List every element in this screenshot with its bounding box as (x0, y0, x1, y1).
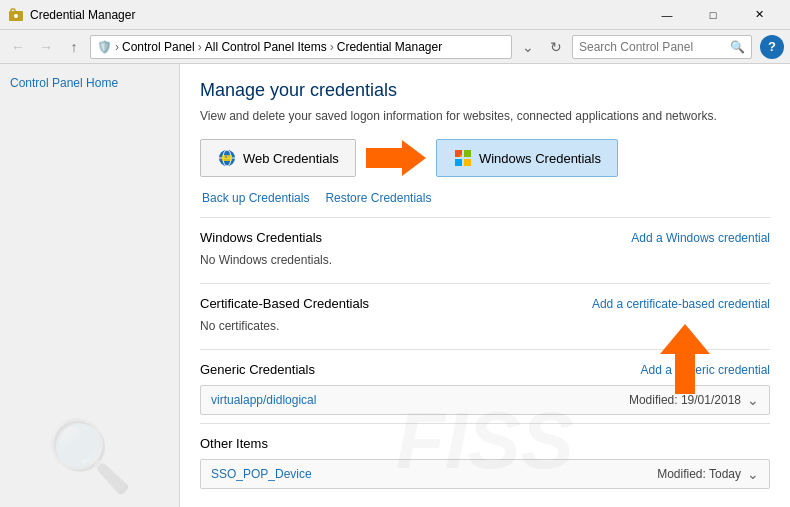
breadcrumb-current: Credential Manager (337, 40, 442, 54)
arrow-indicator (366, 140, 426, 176)
credential-tabs: Web Credentials Windo (200, 139, 770, 177)
search-input[interactable] (579, 40, 730, 54)
table-row[interactable]: SSO_POP_Device Modified: Today ⌄ (200, 459, 770, 489)
windows-credentials-empty: No Windows credentials. (200, 249, 770, 275)
window-controls: — □ ✕ (644, 0, 782, 30)
minimize-button[interactable]: — (644, 0, 690, 30)
sep3: › (330, 40, 334, 54)
svg-rect-10 (464, 150, 471, 157)
credential-modified: Modified: Today ⌄ (657, 466, 759, 482)
sep2: › (198, 40, 202, 54)
address-path[interactable]: 🛡️ › Control Panel › All Control Panel I… (90, 35, 512, 59)
forward-button[interactable]: → (34, 35, 58, 59)
dropdown-btn[interactable]: ⌄ (516, 35, 540, 59)
web-credentials-tab[interactable]: Web Credentials (200, 139, 356, 177)
svg-rect-7 (225, 155, 227, 158)
action-links: Back up Credentials Restore Credentials (200, 191, 770, 205)
other-items-title: Other Items (200, 436, 268, 451)
credential-modified: Modified: 19/01/2018 ⌄ (629, 392, 759, 408)
title-bar: Credential Manager — □ ✕ (0, 0, 790, 30)
svg-rect-11 (455, 159, 462, 166)
breadcrumb-allitems: All Control Panel Items (205, 40, 327, 54)
windows-credentials-label: Windows Credentials (479, 151, 601, 166)
generic-credentials-section: Generic Credentials Add a generic creden… (200, 349, 770, 423)
restore-credentials-link[interactable]: Restore Credentials (325, 191, 431, 205)
help-button[interactable]: ? (760, 35, 784, 59)
modified-text: Modified: Today (657, 467, 741, 481)
breadcrumb-shield: 🛡️ (97, 40, 112, 54)
svg-point-2 (14, 14, 18, 18)
window-title: Credential Manager (30, 8, 644, 22)
windows-credentials-section: Windows Credentials Add a Windows creden… (200, 217, 770, 283)
sidebar: Control Panel Home 🔍 (0, 64, 180, 507)
chevron-down-icon: ⌄ (747, 466, 759, 482)
table-row[interactable]: virtualapp/didlogical Modified: 19/01/20… (200, 385, 770, 415)
app-icon (8, 7, 24, 23)
search-box[interactable]: 🔍 (572, 35, 752, 59)
main-layout: Control Panel Home 🔍 Manage your credent… (0, 64, 790, 507)
modified-text: Modified: 19/01/2018 (629, 393, 741, 407)
windows-credentials-tab[interactable]: Windows Credentials (436, 139, 618, 177)
refresh-button[interactable]: ↻ (544, 35, 568, 59)
backup-credentials-link[interactable]: Back up Credentials (202, 191, 309, 205)
address-bar: ← → ↑ 🛡️ › Control Panel › All Control P… (0, 30, 790, 64)
content-area: Manage your credentials View and delete … (180, 64, 790, 507)
add-windows-credential-link[interactable]: Add a Windows credential (631, 231, 770, 245)
page-title: Manage your credentials (200, 80, 770, 101)
page-description: View and delete your saved logon informa… (200, 109, 770, 123)
sidebar-home-link[interactable]: Control Panel Home (10, 76, 169, 90)
windows-credentials-title: Windows Credentials (200, 230, 322, 245)
search-icon: 🔍 (730, 40, 745, 54)
sidebar-watermark: 🔍 (46, 415, 133, 497)
certificate-credentials-title: Certificate-Based Credentials (200, 296, 369, 311)
other-items-header: Other Items (200, 432, 770, 455)
maximize-button[interactable]: □ (690, 0, 736, 30)
up-button[interactable]: ↑ (62, 35, 86, 59)
other-items-section: Other Items SSO_POP_Device Modified: Tod… (200, 423, 770, 497)
credential-name: virtualapp/didlogical (211, 393, 316, 407)
back-button[interactable]: ← (6, 35, 30, 59)
svg-rect-12 (464, 159, 471, 166)
breadcrumb-controlpanel: Control Panel (122, 40, 195, 54)
svg-rect-13 (460, 155, 462, 157)
close-button[interactable]: ✕ (736, 0, 782, 30)
sep1: › (115, 40, 119, 54)
certificate-credentials-section: Certificate-Based Credentials Add a cert… (200, 283, 770, 349)
windows-credentials-header: Windows Credentials Add a Windows creden… (200, 226, 770, 249)
certificate-credentials-header: Certificate-Based Credentials Add a cert… (200, 292, 770, 315)
chevron-down-icon: ⌄ (747, 392, 759, 408)
add-certificate-credential-link[interactable]: Add a certificate-based credential (592, 297, 770, 311)
web-credentials-label: Web Credentials (243, 151, 339, 166)
web-tab-icon (217, 148, 237, 168)
generic-credentials-header: Generic Credentials Add a generic creden… (200, 358, 770, 381)
certificate-credentials-empty: No certificates. (200, 315, 770, 341)
credential-name: SSO_POP_Device (211, 467, 312, 481)
svg-marker-8 (366, 140, 426, 176)
add-generic-credential-link[interactable]: Add a generic credential (641, 363, 770, 377)
windows-tab-icon (453, 148, 473, 168)
generic-credentials-title: Generic Credentials (200, 362, 315, 377)
